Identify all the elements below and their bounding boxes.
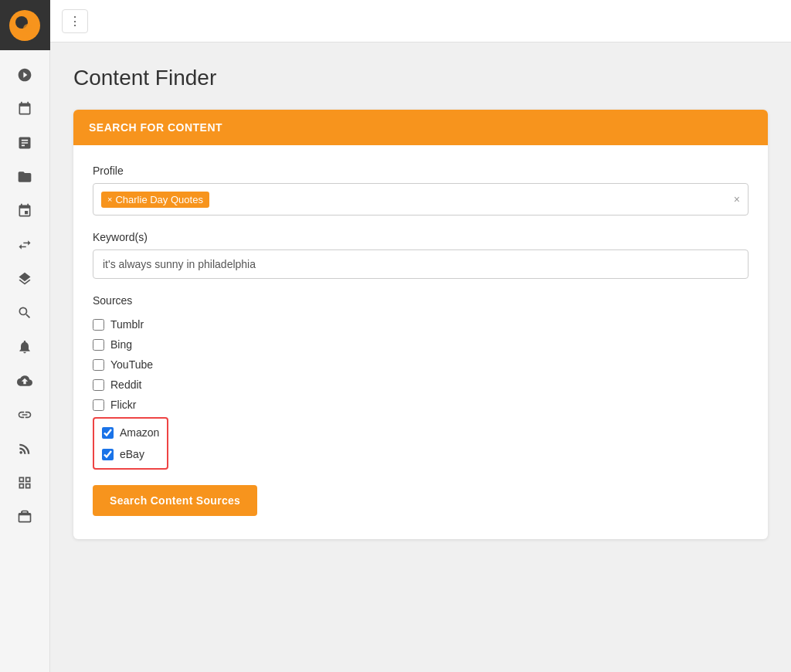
search-content-sources-button[interactable]: Search Content Sources	[93, 485, 257, 516]
source-amazon[interactable]: Amazon	[102, 423, 159, 443]
profile-clear-button[interactable]: ×	[734, 193, 740, 205]
profile-input[interactable]: × Charlie Day Quotes ×	[93, 183, 749, 216]
sources-section: Sources Tumblr Bing YouTube	[93, 294, 749, 470]
sources-label: Sources	[93, 294, 749, 307]
flickr-label: Flickr	[110, 399, 136, 411]
amazon-checkbox[interactable]	[102, 427, 114, 439]
search-panel: SEARCH FOR CONTENT Profile × Charlie Day…	[73, 110, 768, 539]
profile-tag[interactable]: × Charlie Day Quotes	[101, 192, 209, 208]
compare-icon[interactable]	[0, 228, 50, 262]
sidebar	[0, 0, 50, 672]
bell-icon[interactable]	[0, 330, 50, 364]
layers-icon[interactable]	[0, 262, 50, 296]
upload-icon[interactable]	[0, 364, 50, 398]
profile-field-group: Profile × Charlie Day Quotes ×	[93, 165, 749, 216]
svg-point-2	[23, 24, 32, 33]
profile-tag-text: Charlie Day Quotes	[115, 194, 202, 205]
source-reddit[interactable]: Reddit	[93, 375, 749, 395]
calendar-icon[interactable]	[0, 92, 50, 126]
dashboard-icon[interactable]	[0, 58, 50, 92]
grid-icon[interactable]	[0, 466, 50, 500]
tag-remove-icon[interactable]: ×	[107, 195, 112, 204]
analytics-icon[interactable]	[0, 126, 50, 160]
bing-checkbox[interactable]	[93, 339, 104, 351]
source-flickr[interactable]: Flickr	[93, 395, 749, 415]
rss-icon[interactable]	[0, 432, 50, 466]
source-bing[interactable]: Bing	[93, 334, 749, 355]
keyword-label: Keyword(s)	[93, 231, 749, 243]
page-title: Content Finder	[73, 66, 768, 90]
amazon-label: Amazon	[120, 426, 159, 439]
source-youtube[interactable]: YouTube	[93, 355, 749, 375]
source-tumblr[interactable]: Tumblr	[93, 314, 749, 334]
tumblr-checkbox[interactable]	[93, 319, 104, 331]
source-ebay[interactable]: eBay	[102, 444, 159, 464]
profile-label: Profile	[93, 165, 749, 177]
folder-icon[interactable]	[0, 160, 50, 194]
content-area: Content Finder SEARCH FOR CONTENT Profil…	[50, 42, 791, 672]
main-area: ⋮ Content Finder SEARCH FOR CONTENT Prof…	[50, 0, 791, 672]
schedule-icon[interactable]	[0, 194, 50, 228]
ebay-checkbox[interactable]	[102, 449, 114, 460]
keyword-field-group: Keyword(s)	[93, 231, 749, 279]
link-icon[interactable]	[0, 398, 50, 432]
panel-body: Profile × Charlie Day Quotes × Keyword(s…	[73, 145, 768, 539]
search-nav-icon[interactable]	[0, 296, 50, 330]
bing-label: Bing	[110, 338, 132, 351]
briefcase-icon[interactable]	[0, 500, 50, 534]
flickr-checkbox[interactable]	[93, 399, 104, 411]
reddit-checkbox[interactable]	[93, 379, 104, 391]
youtube-checkbox[interactable]	[93, 359, 104, 371]
panel-header-title: SEARCH FOR CONTENT	[89, 121, 222, 134]
reddit-label: Reddit	[110, 378, 141, 391]
dots-icon: ⋮	[69, 14, 81, 29]
ebay-label: eBay	[120, 448, 144, 460]
app-logo[interactable]	[0, 0, 50, 50]
menu-dots-button[interactable]: ⋮	[62, 9, 88, 33]
panel-header: SEARCH FOR CONTENT	[73, 110, 768, 145]
top-bar: ⋮	[50, 0, 791, 42]
highlighted-sources-group: Amazon eBay	[93, 417, 168, 470]
tumblr-label: Tumblr	[110, 318, 144, 331]
keyword-input[interactable]	[93, 249, 749, 279]
youtube-label: YouTube	[110, 358, 153, 371]
